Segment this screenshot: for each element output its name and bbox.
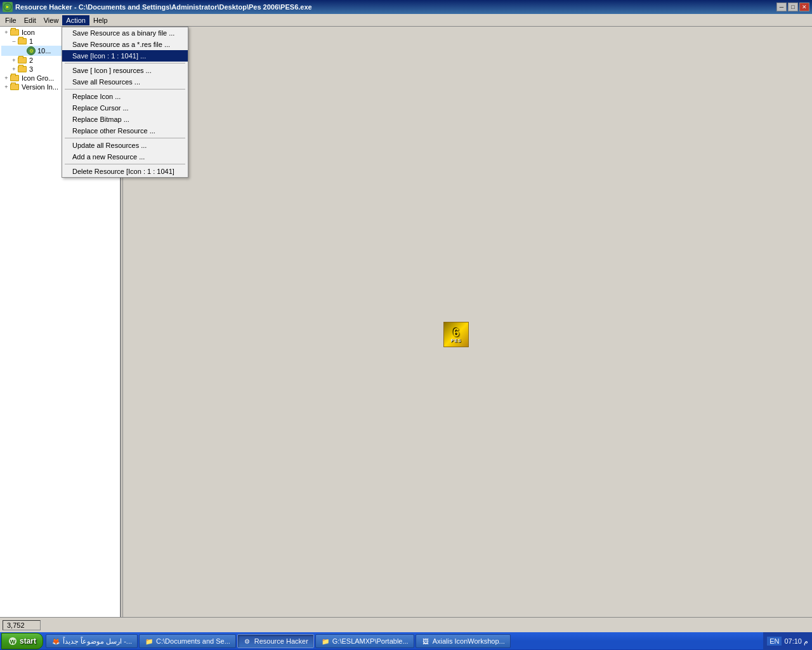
tree-label-1: 1: [29, 37, 33, 45]
pes-icon: 6 PES: [443, 322, 469, 347]
expand-icongroup[interactable]: +: [3, 74, 10, 82]
reshacker-icon: ⚙: [243, 637, 252, 646]
menu-add-new[interactable]: Add a new Resource ...: [62, 151, 188, 162]
menu-help[interactable]: Help: [89, 15, 112, 25]
firefox-icon: 🦊: [51, 637, 60, 646]
taskbar-right: EN 07:10 م: [763, 632, 812, 650]
action-dropdown-menu: Save Resource as a binary file ... Save …: [62, 27, 188, 178]
separator-1: [65, 63, 185, 63]
pes-icon-image: 6 PES: [443, 322, 469, 347]
menu-update-all[interactable]: Update all Resources ...: [62, 140, 188, 151]
menu-replace-cursor[interactable]: Replace Cursor ...: [62, 102, 188, 114]
window-controls: ─ □ ✕: [776, 3, 809, 11]
folder-icon-3: [18, 65, 28, 73]
taskbar-explorer-label: C:\Documents and Se...: [156, 637, 230, 645]
pes-text: PES: [450, 338, 461, 343]
menu-file[interactable]: File: [1, 15, 20, 25]
svg-text:W: W: [10, 639, 16, 645]
folder-icon-versioninfo: [10, 83, 20, 91]
content-area: 6 PES: [123, 27, 812, 617]
taskbar-firefox-label: ارسل موضوعاً جديداً -...: [63, 637, 132, 646]
expand-2[interactable]: +: [10, 56, 18, 64]
gear-icon: ⚙: [27, 46, 36, 55]
restore-button[interactable]: □: [788, 3, 798, 11]
minimize-button[interactable]: ─: [776, 3, 787, 11]
explorer-icon: 📁: [145, 637, 154, 646]
menu-bar: File Edit View Action Help: [0, 14, 812, 27]
pes-number: 6: [453, 327, 459, 338]
window-title: Resource Hacker - C:\Documents and Setti…: [15, 3, 312, 11]
taskbar-axialis[interactable]: 🖼 Axialis IconWorkshop...: [416, 634, 511, 648]
menu-view[interactable]: View: [40, 15, 63, 25]
expand-icon[interactable]: +: [3, 29, 10, 36]
title-bar: Resource Hacker - C:\Documents and Setti…: [0, 0, 812, 14]
folder-icon-2: [18, 56, 28, 64]
taskbar-portable[interactable]: 📁 G:\ESLAMXP\Portable...: [315, 634, 414, 648]
folder-icon-1: [18, 37, 28, 45]
folder-icon: [10, 29, 20, 36]
menu-replace-icon[interactable]: Replace Icon ...: [62, 91, 188, 102]
clock: 07:10 م: [784, 637, 808, 646]
tree-label-2: 2: [29, 56, 33, 64]
menu-action[interactable]: Action: [62, 15, 89, 25]
tree-label-versioninfo: Version In...: [22, 83, 58, 91]
taskbar-reshacker[interactable]: ⚙ Resource Hacker: [237, 634, 314, 648]
expand-versioninfo[interactable]: +: [3, 83, 10, 91]
taskbar-reshacker-label: Resource Hacker: [254, 637, 308, 645]
start-label: start: [20, 637, 36, 646]
expand-3[interactable]: +: [10, 65, 18, 73]
menu-save-all[interactable]: Save all Resources ...: [62, 76, 188, 88]
menu-replace-bitmap[interactable]: Replace Bitmap ...: [62, 114, 188, 125]
folder-icon-icongroup: [10, 74, 20, 82]
separator-2: [65, 89, 185, 90]
status-bar: 3,752: [0, 617, 812, 632]
menu-save-binary[interactable]: Save Resource as a binary file ...: [62, 27, 188, 39]
taskbar: W start 🦊 ارسل موضوعاً جديداً -... 📁 C:\…: [0, 632, 812, 650]
tree-label-icon: Icon: [22, 29, 35, 36]
separator-4: [65, 164, 185, 164]
status-value: 3,752: [3, 620, 41, 630]
language-indicator[interactable]: EN: [767, 637, 782, 646]
start-button[interactable]: W start: [1, 633, 43, 649]
axialis-icon: 🖼: [421, 637, 430, 646]
taskbar-firefox[interactable]: 🦊 ارسل موضوعاً جديداً -...: [46, 634, 138, 648]
menu-delete[interactable]: Delete Resource [Icon : 1 : 1041]: [62, 166, 188, 177]
taskbar-items: 🦊 ارسل موضوعاً جديداً -... 📁 C:\Document…: [46, 634, 763, 648]
close-button[interactable]: ✕: [799, 3, 809, 11]
portable-icon: 📁: [321, 637, 330, 646]
taskbar-portable-label: G:\ESLAMXP\Portable...: [332, 637, 409, 645]
menu-save-icon[interactable]: Save [Icon : 1 : 1041] ...: [62, 50, 188, 62]
tree-label-icongroup: Icon Gro...: [22, 74, 54, 82]
taskbar-axialis-label: Axialis IconWorkshop...: [433, 637, 505, 645]
menu-edit[interactable]: Edit: [20, 15, 40, 25]
menu-save-res[interactable]: Save Resource as a *.res file ...: [62, 39, 188, 50]
expand-10xx: [19, 47, 27, 55]
separator-3: [65, 138, 185, 138]
taskbar-explorer[interactable]: 📁 C:\Documents and Se...: [139, 634, 236, 648]
tree-label-10xx: 10...: [37, 47, 51, 55]
app-icon: [3, 2, 13, 12]
menu-save-icon-resources[interactable]: Save [ Icon ] resources ...: [62, 65, 188, 76]
menu-replace-other[interactable]: Replace other Resource ...: [62, 125, 188, 136]
expand-1[interactable]: –: [10, 37, 18, 45]
tree-label-3: 3: [29, 65, 33, 73]
